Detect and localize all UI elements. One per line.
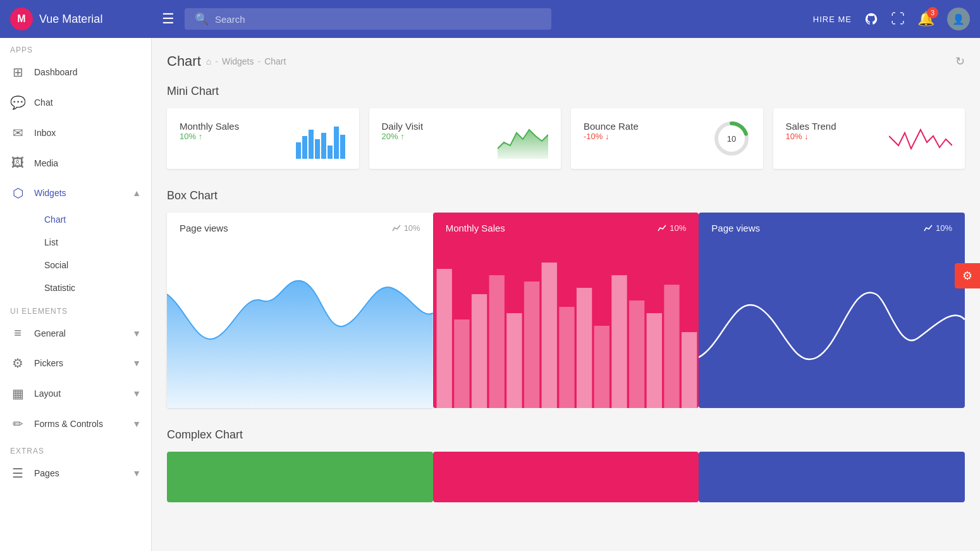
mini-card-top-2: Bounce Rate -10% ↓ 10 — [584, 121, 750, 156]
sidebar-item-chat[interactable]: 💬 Chat — [0, 87, 151, 118]
notification-badge: 3 — [927, 7, 938, 18]
refresh-icon[interactable]: ↻ — [955, 54, 965, 68]
layout-icon: ▦ — [10, 386, 25, 401]
media-icon: 🖼 — [10, 156, 25, 170]
sidebar-item-dashboard[interactable]: ⊞ Dashboard — [0, 57, 151, 87]
sidebar-section-apps: Apps — [0, 38, 151, 57]
widgets-icon: ⬡ — [10, 185, 25, 201]
sidebar-label-layout: Layout — [34, 388, 61, 399]
sidebar-item-inbox[interactable]: ✉ Inbox — [0, 118, 151, 148]
svg-rect-7 — [340, 135, 345, 159]
svg-rect-16 — [524, 282, 539, 408]
logo-icon: M — [10, 8, 33, 30]
chevron-down-icon5: ▼ — [132, 468, 141, 478]
box-title-1: Monthly Sales — [446, 223, 505, 233]
inbox-icon: ✉ — [10, 125, 25, 140]
page-header: Chart ⌂ - Widgets - Chart ↻ — [167, 53, 965, 70]
sidebar-label-chat: Chat — [34, 97, 53, 108]
chevron-down-icon: ▼ — [132, 328, 141, 338]
breadcrumb-home-icon[interactable]: ⌂ — [206, 56, 211, 66]
box-header-0: Page views 10% — [167, 213, 433, 244]
box-charts-grid: Page views 10% — [167, 213, 965, 408]
mini-card-label-2: Bounce Rate -10% ↓ — [584, 121, 639, 141]
svg-text:10: 10 — [726, 134, 735, 144]
complex-card-pink — [433, 452, 699, 502]
svg-rect-14 — [489, 275, 504, 408]
box-header-2: Page views 10% — [699, 213, 965, 244]
sidebar-item-widgets[interactable]: ⬡ Widgets ▲ — [0, 178, 151, 208]
complex-card-blue — [699, 452, 965, 502]
widgets-submenu: Chart List Social Statistic — [0, 208, 151, 299]
box-header-1: Monthly Sales 10% — [433, 213, 699, 244]
mini-charts-grid: Monthly Sales 10% ↑ — [167, 108, 965, 169]
mini-card-value-0: 10% ↑ — [180, 132, 239, 141]
pages-icon: ☰ — [10, 466, 25, 481]
svg-rect-25 — [682, 332, 697, 408]
settings-fab[interactable]: ⚙ — [955, 263, 980, 288]
user-avatar[interactable]: 👤 — [947, 8, 970, 30]
main-content: Chart ⌂ - Widgets - Chart ↻ Mini Chart M… — [152, 38, 980, 551]
mini-card-top-3: Sales Trend 10% ↓ — [786, 121, 953, 159]
svg-rect-19 — [577, 288, 592, 408]
page-title-area: Chart ⌂ - Widgets - Chart — [167, 53, 286, 70]
svg-rect-23 — [646, 313, 661, 408]
box-card-page-views-blue: Page views 10% — [699, 213, 965, 408]
sidebar-item-pages[interactable]: ☰ Pages ▼ — [0, 458, 151, 488]
sidebar-item-general[interactable]: ≡ General ▼ — [0, 318, 151, 348]
sidebar-item-pickers[interactable]: ⚙ Pickers ▼ — [0, 348, 151, 378]
sidebar-label-media: Media — [34, 158, 58, 168]
svg-rect-22 — [629, 300, 644, 408]
sidebar-item-media[interactable]: 🖼 Media — [0, 148, 151, 178]
svg-rect-1 — [302, 136, 307, 159]
mini-chart-gauge: 10 — [713, 121, 750, 156]
sidebar-item-chart[interactable]: Chart — [34, 208, 151, 231]
mini-card-label-3: Sales Trend 10% ↓ — [786, 121, 836, 141]
mini-chart-area-green — [498, 121, 548, 159]
sidebar-item-list[interactable]: List — [34, 231, 151, 254]
svg-rect-2 — [309, 130, 314, 159]
forms-icon: ✏ — [10, 416, 25, 431]
sidebar-item-social[interactable]: Social — [34, 254, 151, 276]
search-icon: 🔍 — [195, 12, 209, 26]
sidebar-item-layout[interactable]: ▦ Layout ▼ — [0, 378, 151, 409]
box-pct-1: 10% — [657, 223, 686, 233]
svg-rect-12 — [454, 319, 469, 408]
sidebar-label-pages: Pages — [34, 468, 59, 478]
svg-rect-6 — [334, 127, 339, 159]
svg-rect-21 — [611, 275, 627, 408]
mini-chart-line-red — [889, 121, 952, 159]
notification-icon[interactable]: 🔔 3 — [917, 11, 934, 27]
mini-card-value-3: 10% ↓ — [786, 132, 836, 141]
chat-icon: 💬 — [10, 95, 25, 110]
breadcrumb-chart: Chart — [264, 56, 286, 66]
chevron-up-icon: ▲ — [132, 188, 141, 198]
complex-card-green — [167, 452, 433, 502]
sidebar: Apps ⊞ Dashboard 💬 Chat ✉ Inbox 🖼 Media … — [0, 38, 152, 551]
topnav: M Vue Material ☰ 🔍 HIRE ME ⛶ 🔔 3 👤 — [0, 0, 980, 38]
chevron-down-icon3: ▼ — [132, 388, 141, 399]
search-bar[interactable]: 🔍 — [185, 8, 551, 30]
mini-card-bounce-rate: Bounce Rate -10% ↓ 10 — [571, 108, 763, 169]
mini-card-sales-trend: Sales Trend 10% ↓ — [773, 108, 965, 169]
fullscreen-icon[interactable]: ⛶ — [891, 11, 905, 27]
sidebar-item-forms[interactable]: ✏ Forms & Controls ▼ — [0, 409, 151, 439]
mini-chart-bar — [296, 121, 346, 159]
search-input[interactable] — [215, 14, 541, 25]
hire-me-button[interactable]: HIRE ME — [813, 15, 852, 24]
breadcrumb-widgets[interactable]: Widgets — [222, 56, 254, 66]
sidebar-item-statistic[interactable]: Statistic — [34, 276, 151, 299]
box-pct-2: 10% — [923, 223, 952, 233]
sidebar-section-ui: UI Elements — [0, 299, 151, 318]
chevron-down-icon2: ▼ — [132, 358, 141, 368]
sidebar-label-forms: Forms & Controls — [34, 419, 103, 429]
menu-icon[interactable]: ☰ — [162, 11, 175, 27]
svg-rect-13 — [472, 294, 487, 408]
github-icon[interactable] — [864, 12, 878, 26]
page-title: Chart — [167, 53, 201, 70]
logo-area: M Vue Material — [10, 8, 162, 30]
svg-rect-18 — [559, 307, 574, 408]
sidebar-label-widgets: Widgets — [34, 188, 66, 198]
box-card-page-views: Page views 10% — [167, 213, 433, 408]
box-title-0: Page views — [180, 223, 228, 233]
mini-card-daily-visit: Daily Visit 20% ↑ — [369, 108, 561, 169]
